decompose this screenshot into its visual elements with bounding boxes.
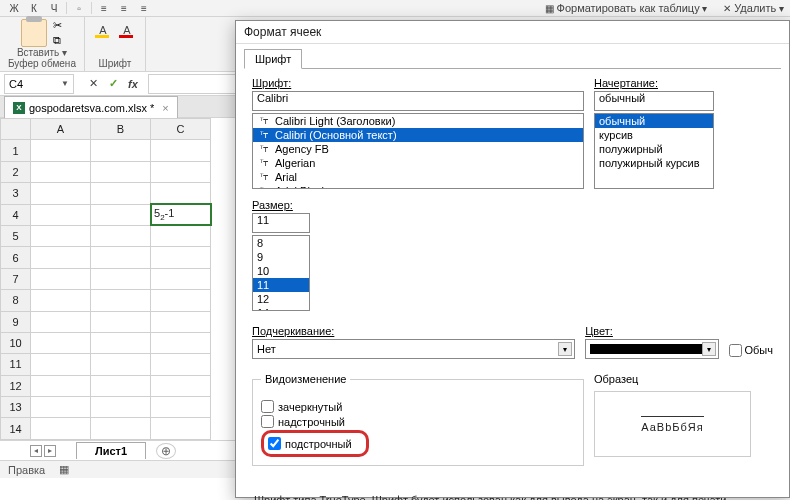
paste-icon[interactable] <box>21 19 47 47</box>
size-option[interactable]: 9 <box>253 250 309 264</box>
font-color-button[interactable]: A <box>117 21 137 39</box>
name-box-value: C4 <box>9 78 23 90</box>
size-option[interactable]: 12 <box>253 292 309 306</box>
font-field-label: Шрифт: <box>252 77 584 89</box>
bold-button[interactable]: Ж <box>6 1 22 15</box>
style-listbox[interactable]: обычный курсив полужирный полужирный кур… <box>594 113 714 189</box>
column-header-a[interactable]: A <box>31 119 91 140</box>
strikethrough-checkbox[interactable] <box>261 400 274 413</box>
normal-font-checkbox[interactable] <box>729 344 742 357</box>
chevron-down-icon[interactable]: ▾ <box>702 342 716 356</box>
truetype-icon: ᵀᴛ <box>257 186 271 189</box>
font-input[interactable]: Calibri <box>252 91 584 111</box>
row-header[interactable]: 8 <box>1 290 31 311</box>
row-header[interactable]: 14 <box>1 418 31 440</box>
size-field-label: Размер: <box>252 199 310 211</box>
sheet-tab[interactable]: Лист1 <box>76 442 146 459</box>
underline-combo[interactable]: Нет ▾ <box>252 339 575 359</box>
row-header[interactable]: 7 <box>1 268 31 289</box>
row-header[interactable]: 11 <box>1 354 31 375</box>
size-option[interactable]: 10 <box>253 264 309 278</box>
sheet-nav-last-icon[interactable]: ▸ <box>44 445 56 457</box>
cell-c4[interactable]: 52-1 <box>151 204 211 225</box>
clipboard-group-label: Буфер обмена <box>8 58 76 69</box>
close-icon[interactable]: × <box>162 102 168 114</box>
border-button[interactable]: ▫ <box>71 1 87 15</box>
size-input[interactable]: 11 <box>252 213 310 233</box>
delete-button[interactable]: ✕ Удалить ▾ <box>723 2 784 14</box>
row-header[interactable]: 13 <box>1 397 31 418</box>
ribbon-formatting-strip: Ж К Ч ▫ ≡ ≡ ≡ ▦ Форматировать как таблиц… <box>0 0 790 17</box>
subscript-highlight: подстрочный <box>261 430 369 457</box>
paste-label: Вставить ▾ <box>17 47 67 58</box>
dialog-title: Формат ячеек <box>236 21 789 44</box>
fx-button[interactable]: fx <box>124 75 142 93</box>
row-header[interactable]: 10 <box>1 332 31 353</box>
tab-font[interactable]: Шрифт <box>244 49 302 69</box>
size-option[interactable]: 11 <box>253 278 309 292</box>
sample-preview: АаВbБбЯя <box>594 391 751 457</box>
column-header-b[interactable]: B <box>91 119 151 140</box>
clipboard-group: ✂ ⧉ Вставить ▾ Буфер обмена <box>0 17 85 71</box>
row-header[interactable]: 3 <box>1 183 31 204</box>
underline-field-label: Подчеркивание: <box>252 325 575 337</box>
align-center-button[interactable]: ≡ <box>116 1 132 15</box>
style-option[interactable]: обычный <box>595 114 713 128</box>
color-swatch <box>590 344 701 354</box>
superscript-checkbox[interactable] <box>261 415 274 428</box>
font-option[interactable]: ᵀᴛCalibri Light (Заголовки) <box>253 114 583 128</box>
align-right-button[interactable]: ≡ <box>136 1 152 15</box>
style-input[interactable]: обычный <box>594 91 714 111</box>
format-as-table-button[interactable]: ▦ Форматировать как таблицу ▾ <box>545 2 708 14</box>
sheet-nav-first-icon[interactable]: ◂ <box>30 445 42 457</box>
add-sheet-button[interactable]: ⊕ <box>156 443 176 459</box>
workbook-tab[interactable]: X gospodaretsva.com.xlsx * × <box>4 96 178 118</box>
font-option[interactable]: ᵀᴛAlgerian <box>253 156 583 170</box>
truetype-icon: ᵀᴛ <box>257 172 271 182</box>
excel-icon: X <box>13 102 25 114</box>
effects-legend: Видоизменение <box>261 373 350 385</box>
font-option[interactable]: ᵀᴛAgency FB <box>253 142 583 156</box>
row-header[interactable]: 1 <box>1 140 31 161</box>
color-field-label: Цвет: <box>585 325 718 337</box>
format-cells-dialog: Формат ячеек Шрифт Шрифт: Calibri ᵀᴛCali… <box>235 20 790 498</box>
font-listbox[interactable]: ᵀᴛCalibri Light (Заголовки) ᵀᴛCalibri (О… <box>252 113 584 189</box>
truetype-icon: ᵀᴛ <box>257 144 271 154</box>
sample-label: Образец <box>594 373 751 385</box>
row-header[interactable]: 2 <box>1 161 31 182</box>
row-header[interactable]: 9 <box>1 311 31 332</box>
style-option[interactable]: курсив <box>595 128 713 142</box>
size-option[interactable]: 14 <box>253 306 309 311</box>
style-option[interactable]: полужирный <box>595 142 713 156</box>
workbook-tab-label: gospodaretsva.com.xlsx * <box>29 102 154 114</box>
subscript-checkbox[interactable] <box>268 437 281 450</box>
normal-font-label: Обыч <box>745 344 774 356</box>
row-header[interactable]: 6 <box>1 247 31 268</box>
color-combo[interactable]: ▾ <box>585 339 718 359</box>
chevron-down-icon[interactable]: ▾ <box>558 342 572 356</box>
row-header[interactable]: 4 <box>1 204 31 225</box>
cancel-edit-button[interactable]: ✕ <box>84 75 102 93</box>
select-all-corner[interactable] <box>1 119 31 140</box>
confirm-edit-button[interactable]: ✓ <box>104 75 122 93</box>
align-left-button[interactable]: ≡ <box>96 1 112 15</box>
font-option[interactable]: ᵀᴛArial <box>253 170 583 184</box>
macro-record-icon[interactable]: ▦ <box>59 463 69 476</box>
underline-button[interactable]: Ч <box>46 1 62 15</box>
cut-icon[interactable]: ✂ <box>53 19 62 32</box>
style-option[interactable]: полужирный курсив <box>595 156 713 170</box>
fill-color-button[interactable]: A <box>93 21 113 39</box>
size-listbox[interactable]: 8 9 10 11 12 14 <box>252 235 310 311</box>
italic-button[interactable]: К <box>26 1 42 15</box>
font-option[interactable]: ᵀᴛArial Black <box>253 184 583 189</box>
column-header-c[interactable]: C <box>151 119 211 140</box>
name-box[interactable]: C4 ▼ <box>4 74 74 94</box>
copy-icon[interactable]: ⧉ <box>53 34 62 47</box>
size-option[interactable]: 8 <box>253 236 309 250</box>
style-field-label: Начертание: <box>594 77 714 89</box>
dialog-tabstrip: Шрифт <box>236 44 789 68</box>
font-option[interactable]: ᵀᴛCalibri (Основной текст) <box>253 128 583 142</box>
row-header[interactable]: 12 <box>1 375 31 396</box>
chevron-down-icon[interactable]: ▼ <box>61 79 69 88</box>
row-header[interactable]: 5 <box>1 225 31 246</box>
